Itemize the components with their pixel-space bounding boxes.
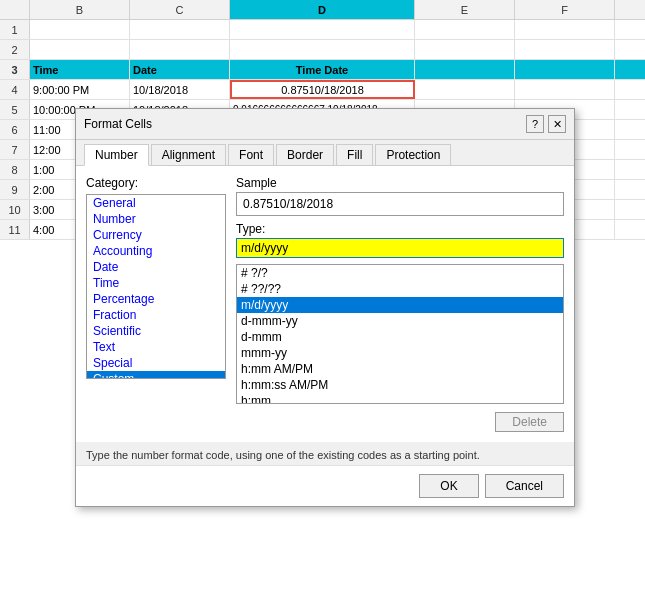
col-header-e: E [415,0,515,19]
cell-e3[interactable] [415,60,515,79]
cell-e4[interactable] [415,80,515,99]
format-cells-dialog: Format Cells ? ✕ Number Alignment Font B… [75,108,575,507]
cell-c3[interactable]: Date [130,60,230,79]
row-num-4: 4 [0,80,30,99]
cell-f2[interactable] [515,40,615,59]
row-num-2: 2 [0,40,30,59]
corner-cell [0,0,30,19]
cell-d1[interactable] [230,20,415,39]
format-item-hmm[interactable]: h:mm [237,393,563,404]
cancel-button[interactable]: Cancel [485,474,564,498]
format-list[interactable]: # ?/? # ??/?? m/d/yyyy d-mmm-yy d-mmm mm… [236,264,564,404]
dialog-body: Category: General Number Currency Accoun… [76,166,574,442]
row-num-6: 6 [0,120,30,139]
category-item-number[interactable]: Number [87,211,225,227]
format-panel: Sample 0.87510/18/2018 Type: # ?/? # ??/… [236,176,564,432]
col-header-f: F [515,0,615,19]
row-num-9: 9 [0,180,30,199]
format-item-dmmyy[interactable]: d-mmm-yy [237,313,563,329]
format-item-hmmampm[interactable]: h:mm AM/PM [237,361,563,377]
cell-f3[interactable] [515,60,615,79]
tab-protection[interactable]: Protection [375,144,451,165]
ok-button[interactable]: OK [419,474,478,498]
dialog-title: Format Cells [84,117,152,131]
cell-c2[interactable] [130,40,230,59]
table-row: 4 9:00:00 PM 10/18/2018 0.87510/18/2018 [0,80,645,100]
category-label: Category: [86,176,226,190]
category-item-time[interactable]: Time [87,275,225,291]
cell-b2[interactable] [30,40,130,59]
category-item-percentage[interactable]: Percentage [87,291,225,307]
tab-fill[interactable]: Fill [336,144,373,165]
cell-d3[interactable]: Time Date [230,60,415,79]
cell-b1[interactable] [30,20,130,39]
help-button[interactable]: ? [526,115,544,133]
hint-text: Type the number format code, using one o… [76,442,574,465]
cell-f4[interactable] [515,80,615,99]
dialog-tabs: Number Alignment Font Border Fill Protec… [76,140,574,166]
col-header-b: B [30,0,130,19]
col-header-d: D [230,0,415,19]
cell-d2[interactable] [230,40,415,59]
cell-b4[interactable]: 9:00:00 PM [30,80,130,99]
category-item-currency[interactable]: Currency [87,227,225,243]
sample-label: Sample [236,176,564,190]
format-item-mmmyy[interactable]: mmm-yy [237,345,563,361]
row-num-7: 7 [0,140,30,159]
row-num-11: 11 [0,220,30,239]
category-item-general[interactable]: General [87,195,225,211]
tab-number[interactable]: Number [84,144,149,166]
sample-box: 0.87510/18/2018 [236,192,564,216]
category-item-fraction[interactable]: Fraction [87,307,225,323]
type-input[interactable] [236,238,564,258]
cell-b3[interactable]: Time [30,60,130,79]
col-header-c: C [130,0,230,19]
tab-alignment[interactable]: Alignment [151,144,226,165]
column-header-row: B C D E F [0,0,645,20]
row-num-10: 10 [0,200,30,219]
type-label: Type: [236,222,564,236]
format-item-fraction2[interactable]: # ??/?? [237,281,563,297]
category-item-custom[interactable]: Custom [87,371,225,379]
category-panel: Category: General Number Currency Accoun… [86,176,226,432]
table-row: 1 [0,20,645,40]
sample-section: Sample 0.87510/18/2018 [236,176,564,216]
format-item-dmmm[interactable]: d-mmm [237,329,563,345]
tab-font[interactable]: Font [228,144,274,165]
category-list[interactable]: General Number Currency Accounting Date … [86,194,226,379]
format-item-mdyyyy[interactable]: m/d/yyyy [237,297,563,313]
cell-d4[interactable]: 0.87510/18/2018 [230,80,415,99]
category-item-accounting[interactable]: Accounting [87,243,225,259]
table-row: 2 [0,40,645,60]
delete-btn-row: Delete [236,412,564,432]
category-item-date[interactable]: Date [87,259,225,275]
format-item-fraction1[interactable]: # ?/? [237,265,563,281]
cell-c4[interactable]: 10/18/2018 [130,80,230,99]
format-item-hmmssAMPM[interactable]: h:mm:ss AM/PM [237,377,563,393]
cell-e1[interactable] [415,20,515,39]
category-item-special[interactable]: Special [87,355,225,371]
row-num-3: 3 [0,60,30,79]
category-item-scientific[interactable]: Scientific [87,323,225,339]
dialog-footer: OK Cancel [76,465,574,506]
category-item-text[interactable]: Text [87,339,225,355]
row-num-1: 1 [0,20,30,39]
close-button[interactable]: ✕ [548,115,566,133]
table-row: 3 Time Date Time Date [0,60,645,80]
row-num-8: 8 [0,160,30,179]
dialog-titlebar: Format Cells ? ✕ [76,109,574,140]
tab-border[interactable]: Border [276,144,334,165]
dialog-controls: ? ✕ [526,115,566,133]
cell-c1[interactable] [130,20,230,39]
cell-f1[interactable] [515,20,615,39]
type-section: Type: [236,222,564,258]
delete-button[interactable]: Delete [495,412,564,432]
cell-e2[interactable] [415,40,515,59]
row-num-5: 5 [0,100,30,119]
